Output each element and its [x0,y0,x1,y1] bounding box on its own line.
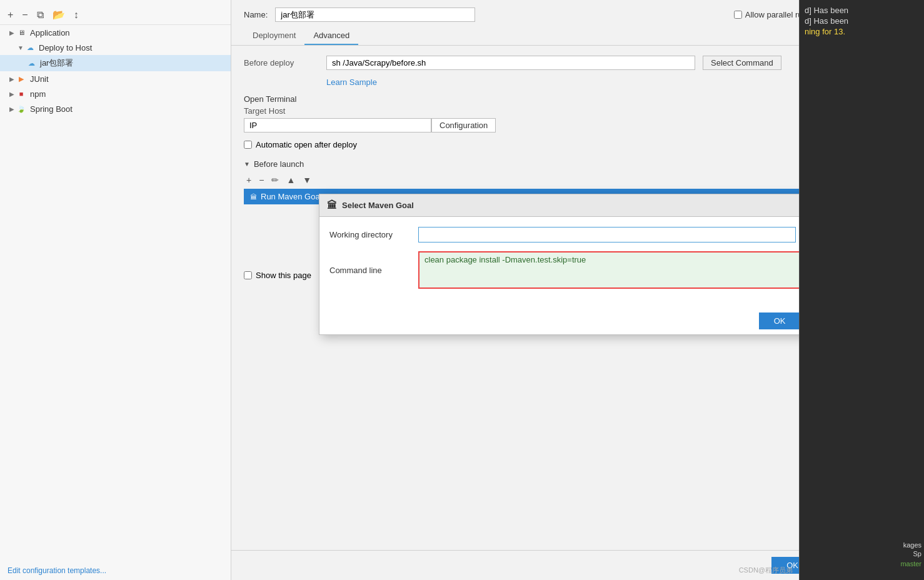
modal-maven-icon: 🏛 [327,200,337,211]
maven-icon: 🏛 [250,193,257,201]
sidebar-item-spring-boot[interactable]: ▶ 🍃 Spring Boot [0,101,231,116]
jar-deploy-label: jar包部署 [40,58,73,69]
before-deploy-input[interactable] [326,56,695,70]
launch-remove-button[interactable]: − [256,174,266,186]
edit-templates-link[interactable]: Edit configuration templates... [0,561,231,580]
minus-button[interactable]: − [19,8,30,22]
application-icon: 🖥 [16,28,26,38]
add-button[interactable]: + [5,8,16,22]
log-master: master [900,560,921,568]
log-line-1: d] Has been [805,5,919,16]
log-line-2: d] Has been [805,16,919,26]
npm-icon: ■ [16,89,26,99]
launch-add-button[interactable]: + [244,174,254,186]
launch-down-button[interactable]: ▼ [300,174,314,186]
working-dir-label: Working directory [329,230,411,239]
launch-up-button[interactable]: ▲ [284,174,298,186]
ip-input[interactable] [244,118,431,132]
working-dir-row: Working directory 📁 📋 [329,227,852,242]
log-strip: d] Has been d] Has been ning for 13. kag… [799,0,924,580]
log-sp: Sp [913,550,921,558]
command-line-row: Command line clean package install -Dmav… [329,251,852,289]
name-label: Name: [244,10,268,19]
tab-deployment[interactable]: Deployment [244,27,304,45]
expand-arrow-junit: ▶ [8,74,16,83]
command-line-input-wrapper[interactable]: clean package install -Dmaven.test.skip=… [418,251,852,289]
right-panel: Name: Allow parallel run Store as projec… [231,0,924,580]
config-name-input[interactable] [275,8,475,22]
auto-open-label: Automatic open after deploy [256,140,357,149]
sidebar-item-jar-deploy[interactable]: ☁ jar包部署 [0,55,231,71]
expand-arrow-deploy: ▼ [16,43,25,52]
expand-arrow-application: ▶ [8,28,16,37]
junit-label: JUnit [30,74,49,84]
expand-arrow-spring: ▶ [8,104,16,113]
section-triangle: ▼ [244,161,250,168]
watermark: CSDN@程序员弟 [739,566,793,575]
modal-title: 🏛 Select Maven Goal [327,200,414,211]
sidebar-item-junit[interactable]: ▶ ▶ JUnit [0,71,231,86]
sidebar-item-npm[interactable]: ▶ ■ npm [0,86,231,101]
before-launch-label: Before launch [254,159,304,169]
modal-titlebar: 🏛 Select Maven Goal ✕ [319,194,862,217]
show-page-label: Show this page [256,271,311,280]
allow-parallel-label: Allow parallel run [745,10,807,19]
command-line-value: clean package install -Dmaven.test.skip=… [424,255,586,264]
auto-open-checkbox[interactable] [244,141,252,149]
expand-arrow-npm: ▶ [8,89,16,98]
log-line-3: ning for 13. [805,26,919,37]
folder-button[interactable]: 📂 [50,8,68,22]
copy-button[interactable]: ⧉ [34,8,46,22]
sidebar-toolbar: + − ⧉ 📂 ↕ [0,5,231,25]
before-deploy-label: Before deploy [244,56,319,68]
sort-button[interactable]: ↕ [71,8,81,22]
launch-edit-button[interactable]: ✏ [269,174,281,186]
modal-ok-button[interactable]: OK [759,312,801,329]
select-maven-goal-modal: 🏛 Select Maven Goal ✕ Working directory … [319,194,863,335]
command-line-label: Command line [329,266,411,275]
allow-parallel-checkbox[interactable] [734,11,742,19]
modal-title-text: Select Maven Goal [342,201,414,210]
sidebar-item-application[interactable]: ▶ 🖥 Application [0,25,231,40]
tab-advanced[interactable]: Advanced [304,27,358,45]
configuration-label: Configuration [431,118,496,132]
spring-icon: 🍃 [16,104,26,114]
sidebar-item-deploy-to-host[interactable]: ▼ ☁ Deploy to Host [0,40,231,55]
modal-body: Working directory 📁 📋 Command line clean… [319,217,862,308]
show-page-checkbox[interactable] [244,271,252,279]
allow-parallel-group: Allow parallel run [734,10,807,19]
select-command-button[interactable]: Select Command [703,56,781,70]
deploy-icon: ☁ [25,42,35,52]
modal-footer: OK Cancel [319,308,862,334]
application-label: Application [30,28,70,38]
spring-label: Spring Boot [30,104,73,114]
junit-icon: ▶ [16,74,26,84]
log-packages: kages [903,541,921,549]
sidebar: + − ⧉ 📂 ↕ ▶ 🖥 Application ▼ ☁ Deploy to … [0,0,231,580]
show-page-row: Show this page [244,271,311,280]
deploy-label: Deploy to Host [39,43,92,52]
working-dir-input[interactable] [418,227,796,242]
jar-deploy-icon: ☁ [26,58,36,68]
npm-label: npm [30,89,46,99]
